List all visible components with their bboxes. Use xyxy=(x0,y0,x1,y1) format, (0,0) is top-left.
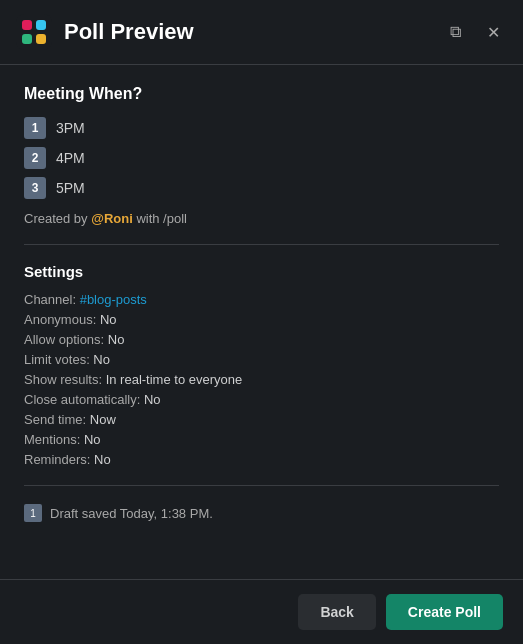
setting-channel-value: #blog-posts xyxy=(80,292,147,307)
setting-channel: Channel: #blog-posts xyxy=(24,292,499,307)
create-poll-button[interactable]: Create Poll xyxy=(386,594,503,630)
poll-option-2: 2 4PM xyxy=(24,147,499,169)
setting-show-results: Show results: In real-time to everyone xyxy=(24,372,499,387)
svg-rect-0 xyxy=(16,14,52,50)
setting-limit-votes-value: No xyxy=(93,352,110,367)
setting-close-auto-value: No xyxy=(144,392,161,407)
option-text-1: 3PM xyxy=(56,120,85,136)
setting-show-results-label: Show results: xyxy=(24,372,106,387)
setting-allow-options-label: Allow options: xyxy=(24,332,108,347)
poll-option-1: 1 3PM xyxy=(24,117,499,139)
divider-1 xyxy=(24,244,499,245)
svg-rect-4 xyxy=(36,34,46,44)
setting-reminders: Reminders: No xyxy=(24,452,499,467)
setting-channel-label: Channel: xyxy=(24,292,80,307)
setting-send-time-value: Now xyxy=(90,412,116,427)
setting-mentions-label: Mentions: xyxy=(24,432,84,447)
page-title: Poll Preview xyxy=(64,19,441,45)
settings-heading: Settings xyxy=(24,263,499,280)
setting-limit-votes-label: Limit votes: xyxy=(24,352,93,367)
setting-send-time-label: Send time: xyxy=(24,412,90,427)
poll-options-list: 1 3PM 2 4PM 3 5PM xyxy=(24,117,499,199)
main-content: Meeting When? 1 3PM 2 4PM 3 5PM Created … xyxy=(0,65,523,579)
draft-text: Draft saved Today, 1:38 PM. xyxy=(50,506,213,521)
setting-reminders-label: Reminders: xyxy=(24,452,94,467)
setting-close-auto-label: Close automatically: xyxy=(24,392,144,407)
draft-icon: 1 xyxy=(24,504,42,522)
draft-status: 1 Draft saved Today, 1:38 PM. xyxy=(24,504,499,522)
setting-anonymous-value: No xyxy=(100,312,117,327)
setting-anonymous: Anonymous: No xyxy=(24,312,499,327)
option-number-1: 1 xyxy=(24,117,46,139)
created-by: Created by @Roni with /poll xyxy=(24,211,499,226)
setting-send-time: Send time: Now xyxy=(24,412,499,427)
dialog-header: Poll Preview ⧉ ✕ xyxy=(0,0,523,65)
settings-list: Channel: #blog-posts Anonymous: No Allow… xyxy=(24,292,499,467)
close-button[interactable]: ✕ xyxy=(479,18,507,46)
option-text-3: 5PM xyxy=(56,180,85,196)
svg-rect-3 xyxy=(22,34,32,44)
setting-mentions-value: No xyxy=(84,432,101,447)
setting-limit-votes: Limit votes: No xyxy=(24,352,499,367)
setting-close-auto: Close automatically: No xyxy=(24,392,499,407)
divider-2 xyxy=(24,485,499,486)
setting-anonymous-label: Anonymous: xyxy=(24,312,100,327)
app-logo xyxy=(16,14,52,50)
option-text-2: 4PM xyxy=(56,150,85,166)
creator-mention: @Roni xyxy=(91,211,133,226)
created-by-suffix: with /poll xyxy=(133,211,187,226)
setting-allow-options: Allow options: No xyxy=(24,332,499,347)
setting-mentions: Mentions: No xyxy=(24,432,499,447)
poll-option-3: 3 5PM xyxy=(24,177,499,199)
option-number-3: 3 xyxy=(24,177,46,199)
back-button[interactable]: Back xyxy=(298,594,375,630)
svg-rect-2 xyxy=(36,20,46,30)
setting-show-results-value: In real-time to everyone xyxy=(106,372,243,387)
option-number-2: 2 xyxy=(24,147,46,169)
created-by-prefix: Created by xyxy=(24,211,91,226)
header-actions: ⧉ ✕ xyxy=(441,18,507,46)
copy-button[interactable]: ⧉ xyxy=(441,18,469,46)
poll-question: Meeting When? xyxy=(24,85,499,103)
setting-allow-options-value: No xyxy=(108,332,125,347)
setting-reminders-value: No xyxy=(94,452,111,467)
dialog-footer: Back Create Poll xyxy=(0,579,523,644)
svg-rect-1 xyxy=(22,20,32,30)
